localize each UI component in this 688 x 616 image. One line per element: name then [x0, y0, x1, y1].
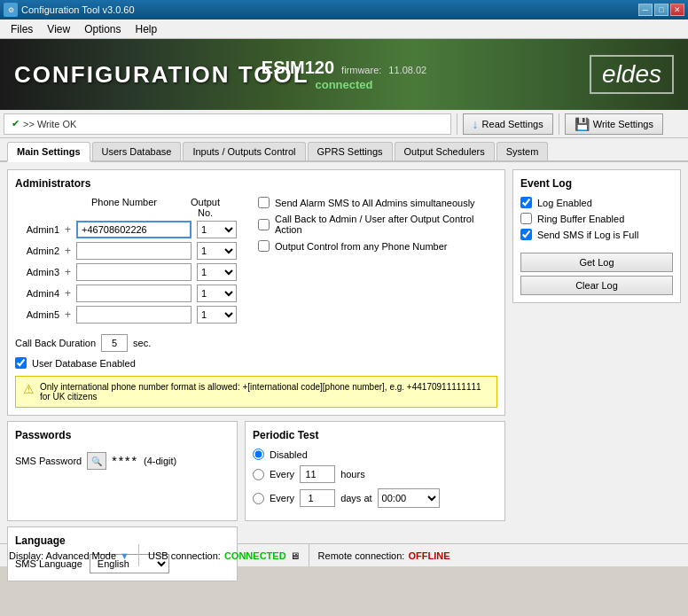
admin4-label: Admin4 [15, 288, 59, 299]
admin-row-1: Admin1 + 1234 [15, 221, 237, 238]
write-settings-button[interactable]: 💾 Write Settings [565, 113, 663, 135]
admin5-output[interactable]: 1234 [197, 306, 237, 324]
checkbox-output-control: Output Control from any Phone Number [258, 240, 497, 252]
admin1-input[interactable] [76, 221, 192, 238]
alarm-sms-label: Send Alarm SMS to All Admins simultaneou… [275, 198, 475, 208]
toolbar-separator [457, 113, 457, 135]
toolbar: ✔ >> Write OK ↓ Read Settings 💾 Write Se… [0, 110, 688, 138]
firmware-version: 11.08.02 [388, 65, 426, 75]
checkbox-alarm-sms: Send Alarm SMS to All Admins simultaneou… [258, 197, 497, 208]
admin1-output[interactable]: 1234 [197, 221, 237, 238]
title-bar-text: Configuration Tool v3.0.60 [21, 4, 638, 15]
admins-title: Administrators [15, 177, 497, 190]
admin3-output[interactable]: 1234 [197, 263, 237, 281]
menu-options[interactable]: Options [77, 21, 128, 37]
log-enabled-row: Log Enabled [520, 197, 673, 208]
user-db-checkbox[interactable] [15, 357, 27, 369]
tab-inputs-outputs[interactable]: Inputs / Outputs Control [183, 142, 305, 160]
periodic-days-label: Every [270, 493, 294, 503]
usb-icon: 🖥 [290, 550, 300, 561]
admin4-output[interactable]: 1234 [197, 285, 237, 302]
ring-buffer-checkbox[interactable] [520, 213, 532, 224]
admin5-input[interactable] [76, 306, 192, 324]
read-settings-label: Read Settings [482, 119, 543, 129]
log-enabled-checkbox[interactable] [520, 197, 532, 208]
ring-buffer-row: Ring Buffer Enabled [520, 213, 673, 224]
admin3-input[interactable] [76, 263, 192, 281]
checkbox-callback: Call Back to Admin / User after Output C… [258, 214, 497, 235]
maximize-button[interactable]: □ [654, 4, 668, 16]
tab-main-settings[interactable]: Main Settings [7, 142, 90, 162]
output-control-checkbox[interactable] [258, 240, 270, 252]
periodic-test-panel: Periodic Test Disabled Every hours Every… [245, 421, 505, 521]
brand-logo: eldes [590, 55, 674, 94]
remote-label: Remote connection: [318, 550, 405, 561]
write-settings-label: Write Settings [593, 119, 653, 129]
warning-text: Only international phone number format i… [40, 382, 489, 402]
send-sms-log-label: Send SMS if Log is Full [537, 230, 638, 240]
usb-connection-item: USB connection: CONNECTED 🖥 [139, 544, 309, 566]
toolbar-status: ✔ >> Write OK [4, 113, 451, 135]
admin4-input[interactable] [76, 285, 192, 302]
display-mode-text: Display: Advanced Mode [9, 550, 116, 561]
ring-buffer-label: Ring Buffer Enabled [537, 214, 624, 224]
bottom-row: Passwords SMS Password 🔍 **** (4-digit) … [7, 421, 505, 521]
callback-duration-input[interactable] [101, 334, 128, 352]
warning-box: ⚠ Only international phone number format… [15, 376, 497, 408]
periodic-hours-row: Every hours [253, 465, 497, 483]
sms-password-dots: **** [112, 454, 138, 468]
admins-left: Phone Number Output No. Admin1 + 1234 Ad… [15, 197, 237, 327]
tab-users-database[interactable]: Users Database [92, 142, 182, 160]
menu-help[interactable]: Help [129, 21, 165, 37]
tab-bar: Main Settings Users Database Inputs / Ou… [0, 138, 688, 162]
tab-gprs-settings[interactable]: GPRS Settings [308, 142, 393, 160]
tab-output-schedulers[interactable]: Output Schedulers [395, 142, 495, 160]
periodic-disabled-row: Disabled [253, 448, 497, 460]
remote-connection-item: Remote connection: OFFLINE [309, 544, 459, 566]
menu-view[interactable]: View [40, 21, 77, 37]
save-icon: 💾 [575, 117, 590, 131]
passwords-title: Passwords [15, 429, 230, 441]
app-icon: ⚙ [4, 3, 18, 17]
sms-password-hint: (4-digit) [144, 456, 176, 466]
log-enabled-label: Log Enabled [537, 198, 592, 208]
periodic-hours-radio[interactable] [253, 469, 264, 480]
warning-icon: ⚠ [23, 382, 35, 396]
alarm-sms-checkbox[interactable] [258, 197, 270, 208]
admin2-input[interactable] [76, 242, 192, 260]
tab-system[interactable]: System [496, 142, 549, 160]
admin-row-2: Admin2 + 1234 [15, 242, 237, 260]
sms-password-icon-btn[interactable]: 🔍 [87, 452, 106, 470]
admin-row-4: Admin4 + 1234 [15, 285, 237, 302]
main-content: Administrators Phone Number Output No. A… [0, 162, 688, 543]
usb-label: USB connection: [148, 550, 221, 561]
sms-password-label: SMS Password [15, 456, 82, 466]
event-log-title: Event Log [520, 177, 673, 190]
minimize-button[interactable]: ─ [638, 4, 653, 16]
periodic-days-row: Every days at 00:0001:0006:0012:00 [253, 488, 497, 508]
user-db-row: User Database Enabled [15, 357, 497, 369]
periodic-hours-input[interactable] [300, 465, 335, 483]
callback-duration-unit: sec. [133, 338, 151, 348]
periodic-time-select[interactable]: 00:0001:0006:0012:00 [378, 488, 440, 508]
send-sms-log-checkbox[interactable] [520, 229, 532, 240]
menu-files[interactable]: Files [4, 21, 40, 37]
admin2-output[interactable]: 1234 [197, 242, 237, 260]
callback-checkbox[interactable] [258, 219, 270, 230]
close-button[interactable]: ✕ [670, 4, 684, 16]
periodic-disabled-radio[interactable] [253, 448, 264, 460]
sms-password-row: SMS Password 🔍 **** (4-digit) [15, 452, 230, 470]
title-bar-buttons: ─ □ ✕ [638, 4, 684, 16]
clear-log-button[interactable]: Clear Log [520, 276, 673, 295]
administrators-panel: Administrators Phone Number Output No. A… [7, 169, 505, 416]
periodic-days-radio[interactable] [253, 493, 264, 504]
admin-row-3: Admin3 + 1234 [15, 263, 237, 281]
read-settings-button[interactable]: ↓ Read Settings [463, 113, 553, 135]
check-icon: ✔ [12, 118, 20, 129]
menu-bar: Files View Options Help [0, 19, 688, 39]
periodic-days-input[interactable] [300, 489, 335, 507]
output-control-label: Output Control from any Phone Number [275, 241, 447, 252]
get-log-button[interactable]: Get Log [520, 253, 673, 272]
phone-number-header: Phone Number [66, 197, 182, 218]
admin3-label: Admin3 [15, 267, 59, 277]
